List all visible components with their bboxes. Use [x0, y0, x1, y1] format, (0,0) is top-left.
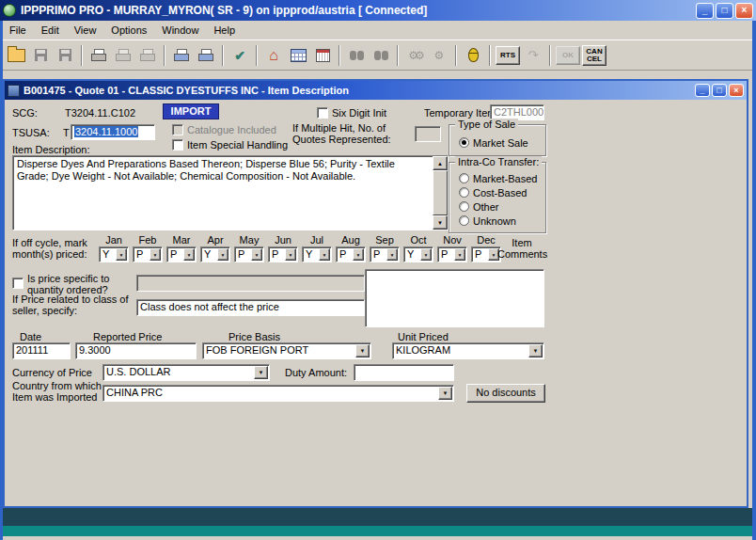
menu-item-view[interactable]: View	[67, 22, 104, 39]
tsusa-input[interactable]: 3204.11.1000	[71, 124, 155, 140]
month-value: P	[373, 248, 380, 260]
calendar-icon[interactable]	[311, 44, 334, 67]
month-col-apr: AprY▼	[200, 234, 234, 264]
special-handling-checkbox[interactable]	[172, 139, 183, 151]
scroll-up-icon[interactable]: ▲	[433, 156, 448, 170]
dropdown-arrow-icon[interactable]: ▼	[386, 248, 398, 261]
dialog-close-button[interactable]: ×	[729, 84, 744, 97]
menu-item-edit[interactable]: Edit	[34, 22, 67, 39]
month-combo-oct[interactable]: Y▼	[403, 246, 433, 262]
save-all-icon	[54, 44, 76, 67]
month-label: Sep	[370, 234, 400, 246]
dropdown-arrow-icon[interactable]: ▼	[150, 248, 161, 261]
reported-price-input[interactable]: 9.3000	[75, 342, 197, 359]
dropdown-arrow-icon[interactable]: ▼	[454, 248, 465, 261]
tsusa-prefix: T	[63, 127, 70, 138]
duty-amount-label: Duty Amount:	[285, 367, 347, 378]
month-value: P	[441, 248, 448, 260]
months-row: JanY▼FebP▼MarP▼AprY▼MayP▼JunP▼JulY▼AugP▼…	[99, 234, 512, 264]
country-combo[interactable]: CHINA PRC ▼	[102, 385, 454, 402]
menu-item-options[interactable]: Options	[103, 22, 154, 39]
dialog-icon	[8, 85, 20, 97]
open-folder-glyph	[8, 49, 25, 62]
scroll-thumb[interactable]	[433, 170, 448, 215]
month-combo-mar[interactable]: P▼	[166, 246, 197, 262]
dropdown-arrow-icon[interactable]: ▼	[254, 366, 268, 379]
menu-item-help[interactable]: Help	[206, 22, 243, 39]
market-sale-radio[interactable]	[459, 137, 469, 148]
month-combo-feb[interactable]: P▼	[133, 246, 163, 262]
print-glyph	[91, 49, 106, 61]
item-comments-box[interactable]	[365, 269, 544, 327]
month-combo-jun[interactable]: P▼	[268, 246, 298, 262]
open-folder-icon[interactable]	[5, 44, 27, 67]
dropdown-arrow-icon[interactable]: ▼	[217, 248, 228, 261]
data-grid-icon[interactable]	[287, 44, 309, 67]
month-combo-jul[interactable]: Y▼	[302, 246, 332, 262]
country-label-line1: Country from which	[12, 380, 102, 391]
dropdown-arrow-icon[interactable]: ▼	[285, 248, 296, 261]
unknown-radio[interactable]	[459, 215, 469, 226]
month-value: Y	[102, 248, 109, 260]
minimize-button[interactable]: _	[696, 3, 714, 19]
menu-item-window[interactable]: Window	[154, 22, 206, 39]
month-col-sep: SepP▼	[370, 234, 403, 264]
unit-priced-combo[interactable]: KILOGRAM ▼	[392, 342, 544, 359]
dialog-maximize-button[interactable]: □	[712, 84, 727, 97]
home-icon[interactable]: ⌂	[262, 44, 285, 67]
dropdown-arrow-icon[interactable]: ▼	[438, 387, 452, 400]
print-setup-icon[interactable]	[195, 44, 217, 67]
validate-check-icon[interactable]: ✔	[228, 44, 251, 67]
print-icon[interactable]	[87, 44, 110, 67]
description-scrollbar[interactable]: ▲ ▼	[433, 156, 448, 230]
dialog-minimize-button[interactable]: _	[695, 84, 710, 97]
import-button[interactable]: IMPORT	[163, 103, 219, 119]
dropdown-arrow-icon[interactable]: ▼	[355, 344, 370, 357]
item-comments-line2: Comments	[497, 248, 547, 260]
price-specific-label-line1: Is price specific to	[27, 273, 109, 284]
print-batch-icon	[136, 44, 159, 67]
month-combo-jan[interactable]: Y▼	[99, 246, 129, 262]
other-radio[interactable]	[459, 201, 469, 212]
dropdown-arrow-icon[interactable]: ▼	[353, 248, 364, 261]
dropdown-arrow-icon[interactable]: ▼	[319, 248, 330, 261]
cost-based-radio[interactable]	[459, 187, 469, 198]
unknown-label: Unknown	[473, 215, 516, 227]
dropdown-arrow-icon[interactable]: ▼	[420, 248, 432, 261]
dropdown-arrow-icon[interactable]: ▼	[251, 248, 262, 261]
rts-button[interactable]: RTS	[496, 46, 520, 65]
item-description-label: Item Description:	[12, 144, 90, 155]
currency-combo[interactable]: U.S. DOLLAR ▼	[102, 364, 270, 381]
month-combo-aug[interactable]: P▼	[336, 246, 366, 262]
month-col-oct: OctY▼	[403, 234, 437, 264]
dropdown-arrow-icon[interactable]: ▼	[528, 344, 543, 357]
month-combo-nov[interactable]: P▼	[437, 246, 467, 262]
market-based-radio[interactable]	[459, 173, 469, 183]
dropdown-arrow-icon[interactable]: ▼	[116, 248, 127, 261]
type-of-sale-group: Type of Sale Market Sale	[449, 124, 546, 156]
reported-price-label: Reported Price	[93, 331, 162, 342]
class-seller-input[interactable]: Class does not affect the price	[136, 299, 365, 316]
no-discounts-button[interactable]: No discounts	[466, 384, 545, 403]
date-input[interactable]: 201111	[12, 342, 71, 359]
price-basis-combo[interactable]: FOB FOREIGN PORT ▼	[202, 342, 371, 359]
dialog-title-bar[interactable]: B001475 - Quote 01 - CLASSIC DYESTUFFS I…	[5, 81, 747, 100]
print-preview-icon[interactable]	[170, 44, 193, 67]
price-specific-checkbox[interactable]	[12, 278, 24, 289]
duty-amount-input[interactable]	[354, 364, 454, 381]
month-combo-sep[interactable]: P▼	[370, 246, 400, 262]
window-title-bar[interactable]: IPPPRIMO PRO - MURRAY_MYRON( SR - 9) on …	[0, 0, 756, 21]
month-combo-may[interactable]: P▼	[234, 246, 264, 262]
maximize-button[interactable]: □	[716, 3, 733, 19]
cancel-button[interactable]: CAN CEL	[582, 45, 606, 66]
six-digit-checkbox[interactable]	[317, 107, 328, 119]
close-button[interactable]: ×	[735, 3, 753, 19]
month-combo-apr[interactable]: Y▼	[200, 246, 230, 262]
currency-value: U.S. DOLLAR	[106, 366, 170, 377]
menu-item-file[interactable]: File	[2, 22, 34, 39]
scroll-down-icon[interactable]: ▼	[433, 215, 448, 230]
dropdown-arrow-icon[interactable]: ▼	[183, 248, 195, 261]
currency-label: Currency of Price	[12, 367, 92, 378]
item-description-box[interactable]: Disperse Dyes And Preparations Based The…	[12, 155, 449, 230]
bug-icon[interactable]	[462, 44, 484, 67]
